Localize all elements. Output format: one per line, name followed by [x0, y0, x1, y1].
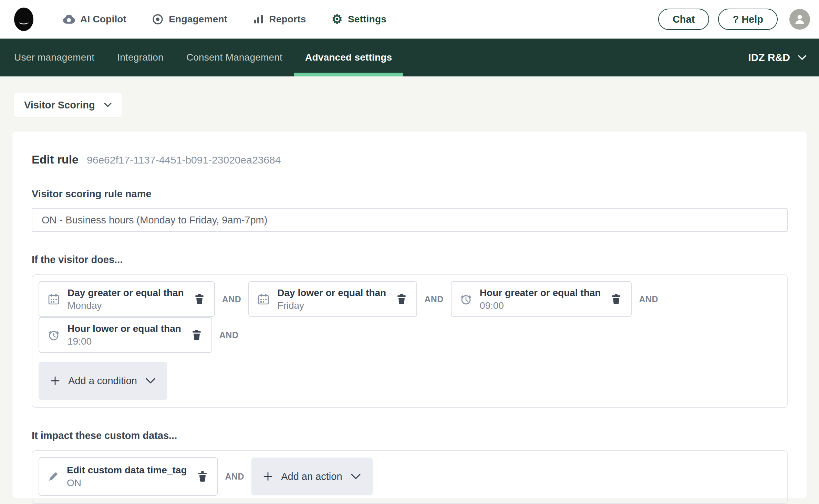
brand-logo[interactable] — [14, 7, 34, 31]
condition-card[interactable]: Day lower or equal than Friday — [248, 281, 417, 317]
header-actions: Chat ? Help — [658, 9, 810, 30]
primary-nav: AI Copilot Engagement Reports ⚙ — [63, 13, 386, 25]
tab-user-management[interactable]: User management — [3, 39, 106, 76]
rule-name-input[interactable] — [32, 208, 788, 232]
action-texts: Edit custom data time_tag ON — [67, 464, 187, 489]
rule-heading-row: Edit rule 96e62f17-1137-4451-b091-23020e… — [32, 153, 788, 166]
trash-icon — [396, 293, 407, 305]
add-condition-label: Add a condition — [68, 375, 137, 387]
trash-icon — [191, 329, 202, 341]
operator-and: AND — [424, 294, 444, 304]
condition-value: 09:00 — [480, 300, 601, 312]
clock-icon — [48, 329, 60, 341]
page-title: Edit rule — [32, 153, 79, 166]
condition-texts: Hour lower or equal than 19:00 — [68, 323, 181, 347]
condition-value: 19:00 — [68, 336, 181, 347]
condition-card[interactable]: Day greater or equal than Monday — [39, 281, 215, 317]
nav-item-label: Reports — [269, 14, 306, 25]
project-switcher[interactable]: IDZ R&D — [748, 39, 807, 76]
nav-item-reports[interactable]: Reports — [253, 13, 306, 25]
scope-selector-dropdown[interactable]: Visitor Scoring — [14, 93, 122, 117]
rule-id: 96e62f17-1137-4451-b091-23020ea23684 — [87, 154, 281, 166]
actions-section-label: It impact these custom datas... — [32, 430, 788, 441]
nav-item-engagement[interactable]: Engagement — [152, 13, 227, 25]
condition-value: Friday — [277, 300, 386, 312]
plus-icon — [263, 472, 273, 481]
tab-label: Consent Management — [186, 52, 282, 63]
add-condition-button[interactable]: Add a condition — [39, 362, 167, 400]
nav-item-label: AI Copilot — [80, 14, 126, 25]
conditions-group: Day greater or equal than Monday AND — [32, 274, 788, 408]
trash-icon — [611, 293, 621, 305]
nav-item-label: Engagement — [169, 14, 227, 25]
chat-button[interactable]: Chat — [658, 9, 709, 30]
operator-and: AND — [225, 472, 245, 482]
condition-title: Hour greater or equal than — [480, 287, 601, 299]
delete-condition-button[interactable] — [610, 292, 623, 306]
conditions-section-label: If the visitor does... — [32, 254, 788, 265]
tab-advanced-settings[interactable]: Advanced settings — [294, 39, 403, 76]
delete-action-button[interactable] — [196, 469, 209, 484]
nav-item-ai-copilot[interactable]: AI Copilot — [63, 13, 126, 25]
tab-label: User management — [14, 52, 94, 63]
tab-label: Advanced settings — [305, 52, 392, 63]
operator-and: AND — [219, 330, 239, 340]
chevron-down-icon — [104, 103, 112, 107]
top-header: AI Copilot Engagement Reports ⚙ — [0, 0, 819, 39]
reports-bars-icon — [253, 13, 264, 25]
plus-icon — [50, 376, 60, 386]
chevron-down-icon — [351, 473, 361, 480]
delete-condition-button[interactable] — [193, 292, 206, 306]
settings-gear-icon: ⚙ — [331, 13, 342, 25]
nav-item-settings[interactable]: ⚙ Settings — [331, 13, 386, 25]
condition-texts: Hour greater or equal than 09:00 — [480, 287, 601, 311]
conditions-row: Day greater or equal than Monday AND — [39, 281, 780, 353]
condition-texts: Day greater or equal than Monday — [68, 287, 184, 311]
condition-value: Monday — [68, 300, 184, 312]
help-button[interactable]: ? Help — [718, 9, 778, 30]
tab-label: Integration — [117, 52, 164, 63]
action-value: ON — [67, 477, 187, 489]
condition-card[interactable]: Hour lower or equal than 19:00 — [39, 317, 212, 353]
user-avatar[interactable] — [789, 9, 810, 30]
copilot-cloud-icon — [63, 13, 75, 25]
condition-texts: Day lower or equal than Friday — [277, 287, 386, 311]
actions-group: Edit custom data time_tag ON AND Add an … — [32, 450, 788, 504]
delete-condition-button[interactable] — [395, 292, 408, 306]
add-action-label: Add an action — [281, 471, 342, 482]
project-name: IDZ R&D — [748, 52, 790, 63]
person-icon — [794, 13, 806, 25]
active-tab-indicator — [294, 73, 403, 76]
chevron-down-icon — [145, 378, 156, 384]
edit-rule-card: Edit rule 96e62f17-1137-4451-b091-23020e… — [12, 132, 807, 498]
action-title: Edit custom data time_tag — [67, 464, 187, 476]
nav-item-label: Settings — [348, 14, 386, 25]
clock-icon — [460, 293, 472, 305]
condition-title: Hour lower or equal than — [68, 323, 181, 335]
scope-selector-label: Visitor Scoring — [24, 99, 95, 111]
tab-integration[interactable]: Integration — [106, 39, 175, 76]
pencil-icon — [48, 471, 59, 482]
tab-consent-management[interactable]: Consent Management — [175, 39, 294, 76]
chevron-down-icon — [798, 55, 807, 60]
calendar-icon — [48, 293, 60, 305]
trash-icon — [194, 293, 205, 305]
delete-condition-button[interactable] — [190, 328, 203, 342]
add-action-button[interactable]: Add an action — [251, 458, 372, 495]
condition-card[interactable]: Hour greater or equal than 09:00 — [451, 281, 632, 317]
engagement-target-icon — [152, 13, 164, 25]
operator-and: AND — [222, 294, 241, 304]
settings-subnav: User management Integration Consent Mana… — [0, 39, 819, 76]
calendar-icon — [257, 293, 270, 305]
operator-and: AND — [639, 294, 658, 304]
condition-title: Day greater or equal than — [68, 287, 184, 299]
rule-name-label: Visitor scoring rule name — [32, 188, 788, 200]
condition-title: Day lower or equal than — [277, 287, 386, 299]
action-card[interactable]: Edit custom data time_tag ON — [39, 457, 218, 496]
actions-row: Edit custom data time_tag ON AND Add an … — [39, 457, 780, 496]
trash-icon — [197, 471, 208, 482]
